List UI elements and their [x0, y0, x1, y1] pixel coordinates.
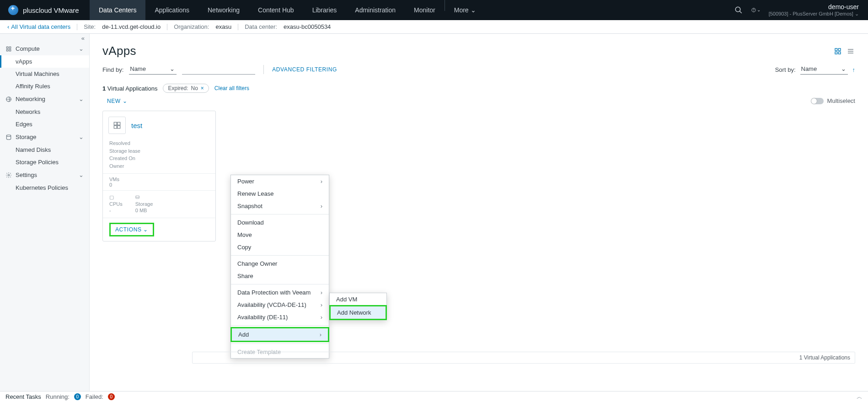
brand-logo-icon	[8, 5, 18, 15]
sidebar-item-networks[interactable]: Networks	[0, 106, 89, 118]
svg-rect-14	[838, 52, 841, 54]
filter-chip-expired[interactable]: Expired: No ×	[163, 84, 209, 93]
chevron-down-icon: ⌄	[855, 11, 859, 16]
chevron-down-icon: ⌄	[79, 45, 84, 52]
dc-label: Data center:	[245, 23, 277, 30]
chip-remove-icon[interactable]: ×	[201, 85, 204, 91]
sidebar-networking-label: Networking	[16, 96, 45, 102]
sidebar-collapse-button[interactable]: «	[0, 34, 89, 42]
find-by-value: Name	[130, 65, 146, 72]
sidebar-head-networking[interactable]: Networking ⌄	[0, 92, 89, 106]
find-by-label: Find by:	[102, 66, 123, 73]
compute-icon	[5, 46, 12, 52]
menu-divider	[231, 343, 329, 344]
recent-tasks-bar[interactable]: Recent Tasks Running: 0 Failed: 0 ︿	[0, 391, 868, 402]
menu-divider	[231, 255, 329, 256]
top-bar: pluscloud VMware Data Centers Applicatio…	[0, 0, 868, 20]
sidebar-section-compute: Compute ⌄ vApps Virtual Machines Affinit…	[0, 42, 89, 92]
find-by-select[interactable]: Name ⌄	[129, 64, 177, 75]
clear-filters-link[interactable]: Clear all filters	[214, 85, 249, 91]
user-block[interactable]: demo-user [500903] - PlusServer GmbH [De…	[769, 3, 859, 17]
vapp-created-label: Created On	[109, 155, 209, 162]
expand-tasks-button[interactable]: ︿	[857, 393, 863, 401]
pager-bar: 1 Virtual Applications	[192, 352, 855, 364]
menu-change-owner[interactable]: Change Owner	[231, 257, 329, 270]
menu-power[interactable]: Power›	[231, 175, 329, 188]
topnav-networking[interactable]: Networking	[198, 0, 249, 20]
help-icon[interactable]: ⌄	[751, 5, 761, 15]
topnav-more[interactable]: More⌄	[445, 0, 485, 20]
storage-label: Storage	[135, 201, 153, 207]
vapp-vms-label: VMs	[109, 177, 209, 182]
svg-point-10	[8, 174, 10, 176]
menu-veeam[interactable]: Data Protection with Veeam›	[231, 286, 329, 299]
sidebar-item-affinity-rules[interactable]: Affinity Rules	[0, 80, 89, 92]
sort-by-select[interactable]: Name ⌄	[800, 64, 848, 75]
sidebar-item-named-disks[interactable]: Named Disks	[0, 144, 89, 156]
topnav-applications[interactable]: Applications	[145, 0, 198, 20]
new-button[interactable]: NEW ⌄	[102, 98, 127, 104]
svg-line-1	[739, 11, 742, 13]
topnav-data-centers[interactable]: Data Centers	[90, 0, 145, 20]
sidebar-item-vapps[interactable]: vApps	[0, 55, 89, 68]
menu-add[interactable]: Add›	[230, 327, 329, 342]
menu-availability-de11[interactable]: Availability (DE-11)›	[231, 311, 329, 323]
sidebar-head-settings[interactable]: Settings ⌄	[0, 168, 89, 182]
search-icon[interactable]	[734, 5, 743, 15]
actions-menu: Power› Renew Lease Snapshot› Download Mo…	[230, 175, 329, 359]
menu-availability-vcda[interactable]: Availability (VCDA-DE-11)›	[231, 299, 329, 311]
sidebar-item-virtual-machines[interactable]: Virtual Machines	[0, 68, 89, 80]
svg-rect-7	[9, 49, 11, 51]
top-nav: Data Centers Applications Networking Con…	[90, 0, 485, 20]
menu-copy[interactable]: Copy	[231, 241, 329, 253]
chevron-down-icon: ⌄	[79, 96, 84, 102]
actions-button[interactable]: ACTIONS ⌄	[109, 223, 154, 236]
sidebar-item-storage-policies[interactable]: Storage Policies	[0, 156, 89, 168]
vapp-icon	[108, 117, 126, 134]
multiselect-toggle[interactable]	[811, 98, 824, 104]
sidebar-head-compute[interactable]: Compute ⌄	[0, 42, 89, 55]
list-view-button[interactable]	[846, 47, 855, 56]
menu-divider	[231, 284, 329, 284]
chevron-down-icon: ⌄	[471, 6, 476, 14]
user-org: [500903] - PlusServer GmbH [Demos] ⌄	[769, 11, 859, 17]
main-content: vApps Find by: Name ⌄ ADVANCED FILTERING…	[90, 34, 868, 391]
breadcrumb-back[interactable]: ‹ All Virtual data centers	[7, 23, 70, 30]
vapp-status: Resolved	[109, 139, 209, 147]
topnav-libraries[interactable]: Libraries	[303, 0, 346, 20]
sort-by-label: Sort by:	[775, 66, 796, 73]
chevron-right-icon: ›	[321, 289, 322, 296]
submenu-add-network[interactable]: Add Network	[329, 305, 387, 320]
sidebar-item-kubernetes-policies[interactable]: Kubernetes Policies	[0, 182, 89, 194]
menu-download[interactable]: Download	[231, 216, 329, 229]
menu-snapshot-label: Snapshot	[237, 203, 263, 209]
menu-snapshot[interactable]: Snapshot›	[231, 200, 329, 212]
sidebar: « Compute ⌄ vApps Virtual Machines Affin…	[0, 34, 90, 391]
vapp-name-link[interactable]: test	[131, 122, 142, 129]
topnav-content-hub[interactable]: Content Hub	[249, 0, 303, 20]
topnav-monitor[interactable]: Monitor	[405, 0, 445, 20]
storage-icon: ⛁	[135, 194, 153, 200]
sidebar-item-edges[interactable]: Edges	[0, 118, 89, 130]
cpus-label: CPUs	[109, 201, 123, 207]
sidebar-head-storage[interactable]: Storage ⌄	[0, 130, 89, 144]
svg-rect-18	[114, 122, 117, 125]
breadcrumb-bar: ‹ All Virtual data centers Site: de-11.v…	[0, 20, 868, 34]
topnav-administration[interactable]: Administration	[346, 0, 405, 20]
grid-view-button[interactable]	[833, 47, 842, 56]
chevron-right-icon: ›	[321, 314, 322, 321]
chevron-left-icon: ‹	[7, 23, 9, 30]
advanced-filtering-link[interactable]: ADVANCED FILTERING	[272, 66, 337, 73]
org-value: exasu	[215, 23, 231, 30]
menu-divider	[231, 325, 329, 326]
menu-share[interactable]: Share	[231, 270, 329, 282]
svg-rect-5	[9, 47, 11, 48]
menu-move[interactable]: Move	[231, 229, 329, 241]
submenu-add-vm[interactable]: Add VM	[330, 293, 386, 306]
menu-renew-lease[interactable]: Renew Lease	[231, 188, 329, 200]
add-submenu: Add VM Add Network	[329, 293, 387, 320]
new-label: NEW	[107, 98, 121, 104]
sort-direction-button[interactable]: ↑	[852, 66, 856, 73]
vapp-vms: VMs 0	[103, 173, 215, 190]
search-input[interactable]	[182, 64, 255, 75]
